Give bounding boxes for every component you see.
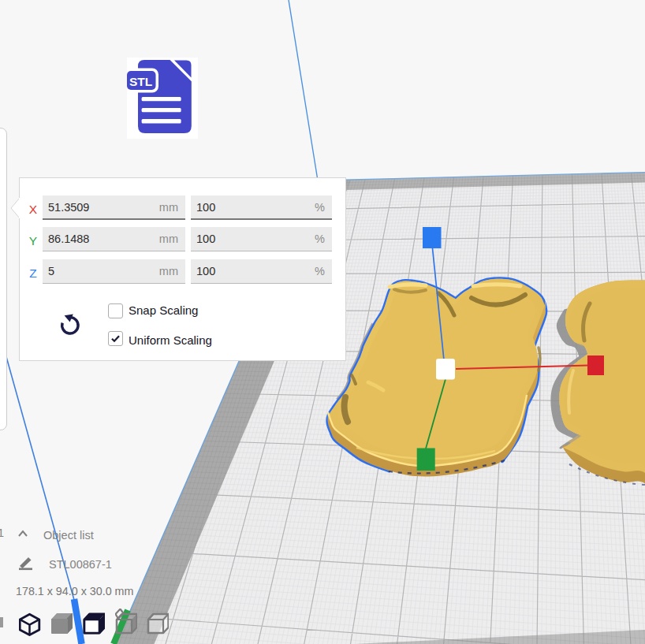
svg-text:STL: STL	[129, 75, 152, 88]
